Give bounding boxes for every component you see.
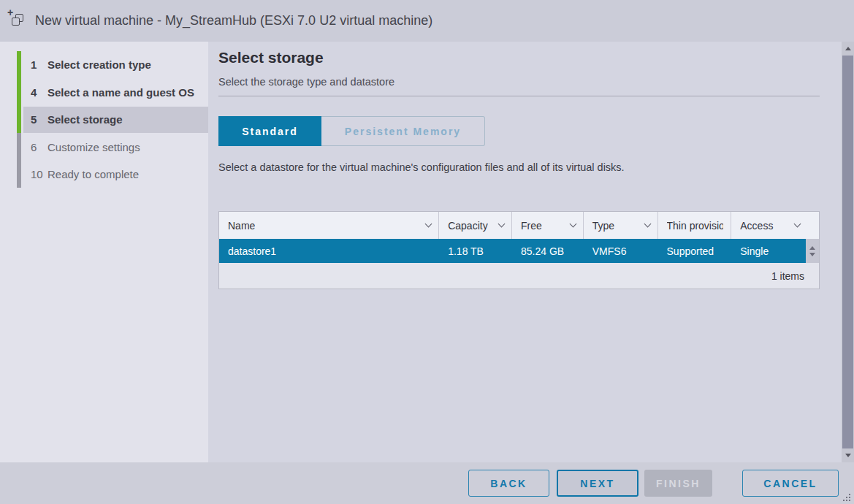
scrollbar-up-button[interactable] xyxy=(842,42,854,56)
scrollbar-down-button[interactable] xyxy=(842,448,854,462)
page-title: Select storage xyxy=(218,49,324,66)
next-button[interactable]: NEXT xyxy=(557,470,638,497)
sidebar-step-customize-settings[interactable]: 6 Customize settings xyxy=(0,134,208,161)
step-number: 6 xyxy=(31,141,47,153)
cell-free: 85.24 GB xyxy=(512,239,584,263)
column-header-thin-provisioned[interactable]: Thin provisioned xyxy=(658,212,732,239)
scroll-down-icon xyxy=(845,454,851,457)
wizard-step-list: 1 Select creation type 4 Select a name a… xyxy=(0,51,208,188)
sidebar-step-select-creation-type[interactable]: 1 Select creation type xyxy=(0,51,208,79)
wizard-footer: BACK NEXT FINISH CANCEL xyxy=(0,462,854,504)
resize-grip[interactable] xyxy=(842,492,850,501)
finish-button: FINISH xyxy=(644,470,712,497)
page-subtitle: Select the storage type and datastore xyxy=(218,76,394,88)
dialog-vertical-scrollbar[interactable] xyxy=(842,42,854,462)
datastore-instruction-text: Select a datastore for the virtual machi… xyxy=(218,161,625,173)
sidebar-step-ready-to-complete[interactable]: 10 Ready to complete xyxy=(0,161,208,188)
dialog-title-bar: New virtual machine - My_StreamHub (ESXi… xyxy=(0,0,854,42)
wizard-steps-sidebar: 1 Select creation type 4 Select a name a… xyxy=(0,42,208,462)
step-number: 1 xyxy=(31,58,47,71)
select-storage-pane: Select storage Select the storage type a… xyxy=(208,42,842,462)
step-number: 10 xyxy=(31,168,47,180)
tab-persistent-memory[interactable]: Persistent Memory xyxy=(321,116,485,146)
datastore-table-footer: 1 items xyxy=(219,263,819,289)
cell-name: datastore1 xyxy=(219,239,439,263)
chevron-down-icon[interactable] xyxy=(794,221,801,228)
vm-square-front xyxy=(12,18,20,26)
cell-access: Single xyxy=(731,239,806,263)
scroll-up-icon[interactable] xyxy=(809,246,815,250)
cell-thin-provisioned: Supported xyxy=(658,239,732,263)
chevron-down-icon[interactable] xyxy=(425,221,432,228)
column-header-access[interactable]: Access xyxy=(731,212,819,239)
step-number: 5 xyxy=(31,113,47,126)
column-header-free[interactable]: Free xyxy=(512,212,584,239)
header-divider xyxy=(218,96,820,96)
column-header-type[interactable]: Type xyxy=(584,212,658,239)
sidebar-step-select-name-guest-os[interactable]: 4 Select a name and guest OS xyxy=(0,79,208,107)
cell-type: VMFS6 xyxy=(584,239,658,263)
scroll-down-icon[interactable] xyxy=(809,253,815,256)
cell-capacity: 1.18 TB xyxy=(439,239,512,263)
cancel-button[interactable]: CANCEL xyxy=(742,470,839,497)
tab-standard[interactable]: Standard xyxy=(218,116,321,146)
scroll-up-icon xyxy=(845,47,851,50)
items-count: 1 items xyxy=(771,270,804,282)
step-label: Select creation type xyxy=(47,58,151,71)
chevron-down-icon[interactable] xyxy=(569,221,576,228)
step-label: Select a name and guest OS xyxy=(47,86,194,99)
table-row-datastore1[interactable]: datastore1 1.18 TB 85.24 GB VMFS6 Suppor… xyxy=(219,239,819,263)
dialog-title: New virtual machine - My_StreamHub (ESXi… xyxy=(35,13,432,28)
column-header-name[interactable]: Name xyxy=(219,212,439,239)
datastore-table-header: Name Capacity Free Type Thin provisioned… xyxy=(219,212,819,239)
new-vm-icon xyxy=(7,11,28,31)
step-label: Customize settings xyxy=(47,141,140,153)
storage-type-tabs: Standard Persistent Memory xyxy=(218,116,485,146)
column-header-capacity[interactable]: Capacity xyxy=(439,212,512,239)
datastore-table: Name Capacity Free Type Thin provisioned… xyxy=(218,211,820,289)
chevron-down-icon[interactable] xyxy=(498,221,506,228)
table-scrollbar[interactable] xyxy=(806,239,819,263)
chevron-down-icon[interactable] xyxy=(644,221,651,228)
plus-glyph xyxy=(7,7,13,18)
scrollbar-thumb[interactable] xyxy=(842,56,853,448)
step-label: Ready to complete xyxy=(47,168,139,180)
step-label: Select storage xyxy=(47,113,123,126)
step-number: 4 xyxy=(31,86,47,99)
back-button[interactable]: BACK xyxy=(468,470,549,497)
sidebar-step-select-storage[interactable]: 5 Select storage xyxy=(0,106,208,134)
